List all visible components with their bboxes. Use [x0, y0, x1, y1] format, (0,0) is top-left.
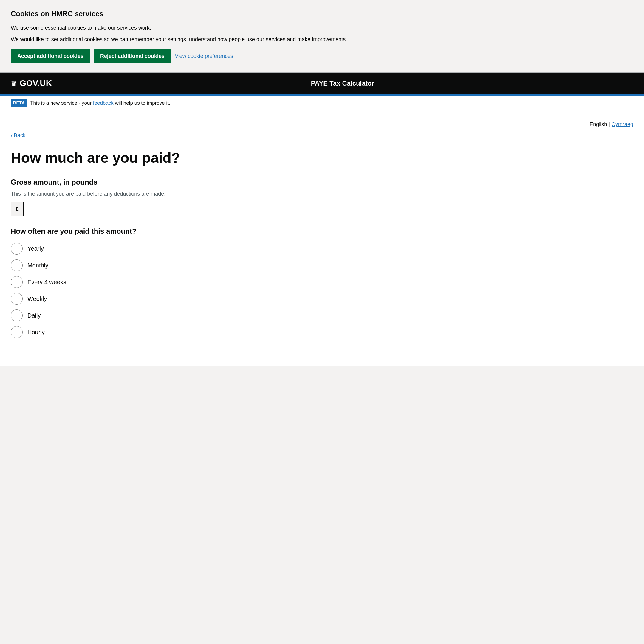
gov-uk-logo[interactable]: ♛ GOV.UK	[11, 77, 52, 89]
cookie-banner-title: Cookies on HMRC services	[11, 8, 633, 19]
blue-bar	[0, 94, 644, 96]
language-separator: |	[609, 121, 612, 127]
radio-item-daily: Daily	[11, 309, 633, 321]
radio-every4weeks[interactable]	[11, 276, 23, 288]
english-language: English	[589, 121, 607, 127]
gross-amount-hint: This is the amount you are paid before a…	[11, 190, 633, 198]
beta-text: This is a new service - your feedback wi…	[30, 99, 170, 107]
welsh-language-link[interactable]: Cymraeg	[612, 121, 633, 127]
gross-amount-input[interactable]	[24, 202, 88, 216]
radio-label-hourly[interactable]: Hourly	[27, 328, 45, 337]
radio-label-daily[interactable]: Daily	[27, 311, 41, 320]
accept-cookies-button[interactable]: Accept additional cookies	[11, 49, 90, 63]
cookie-banner-p1: We use some essential cookies to make ou…	[11, 24, 633, 32]
gross-amount-label: Gross amount, in pounds	[11, 177, 633, 188]
radio-label-every4weeks[interactable]: Every 4 weeks	[27, 278, 66, 287]
view-cookie-preferences-link[interactable]: View cookie preferences	[175, 53, 233, 59]
cookie-buttons: Accept additional cookies Reject additio…	[11, 49, 633, 63]
back-link[interactable]: ‹ Back	[11, 131, 26, 140]
radio-item-every4weeks: Every 4 weeks	[11, 276, 633, 288]
radio-yearly[interactable]	[11, 243, 23, 255]
cookie-banner: Cookies on HMRC services We use some ess…	[0, 0, 644, 73]
site-header: ♛ GOV.UK PAYE Tax Calculator	[0, 73, 644, 94]
currency-input-wrapper: £	[11, 202, 88, 216]
radio-hourly[interactable]	[11, 326, 23, 338]
feedback-link[interactable]: feedback	[93, 100, 114, 106]
reject-cookies-button[interactable]: Reject additional cookies	[94, 49, 171, 63]
crown-icon: ♛	[11, 78, 17, 88]
pay-frequency-radio-group: YearlyMonthlyEvery 4 weeksWeeklyDailyHou…	[11, 243, 633, 338]
logo-text: GOV.UK	[20, 77, 52, 89]
radio-item-yearly: Yearly	[11, 243, 633, 255]
radio-label-monthly[interactable]: Monthly	[27, 261, 48, 270]
radio-monthly[interactable]	[11, 259, 23, 271]
pay-frequency-label: How often are you paid this amount?	[11, 226, 633, 237]
radio-label-yearly[interactable]: Yearly	[27, 244, 44, 253]
pay-frequency-group: How often are you paid this amount? Year…	[11, 226, 633, 338]
beta-banner: BETA This is a new service - your feedba…	[0, 96, 644, 110]
cookie-banner-p2: We would like to set additional cookies …	[11, 35, 633, 44]
language-selector: English | Cymraeg	[11, 116, 633, 131]
radio-label-weekly[interactable]: Weekly	[27, 294, 47, 303]
header-page-title: PAYE Tax Calculator	[52, 78, 633, 88]
page-heading: How much are you paid?	[11, 150, 633, 166]
currency-symbol: £	[11, 202, 24, 216]
radio-item-hourly: Hourly	[11, 326, 633, 338]
back-label: Back	[14, 131, 26, 140]
beta-tag: BETA	[11, 99, 27, 107]
gross-amount-group: Gross amount, in pounds This is the amou…	[11, 177, 633, 216]
main-content: English | Cymraeg ‹ Back How much are yo…	[0, 110, 644, 366]
radio-item-weekly: Weekly	[11, 293, 633, 305]
back-chevron-icon: ‹	[11, 131, 13, 140]
radio-weekly[interactable]	[11, 293, 23, 305]
radio-daily[interactable]	[11, 309, 23, 321]
radio-item-monthly: Monthly	[11, 259, 633, 271]
